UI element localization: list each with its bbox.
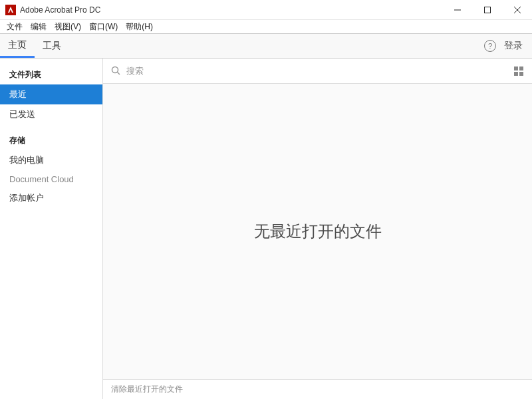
sidebar-item-document-cloud[interactable]: Document Cloud (0, 170, 102, 188)
search-icon (111, 66, 121, 76)
sidebar-item-sent[interactable]: 已发送 (0, 104, 102, 124)
menu-file[interactable]: 文件 (3, 21, 27, 33)
login-link[interactable]: 登录 (504, 40, 523, 52)
tab-home[interactable]: 主页 (0, 34, 35, 58)
app-icon (5, 5, 16, 15)
menu-help[interactable]: 帮助(H) (122, 21, 157, 33)
menu-window[interactable]: 窗口(W) (85, 21, 122, 33)
window-controls (442, 0, 532, 19)
search-bar (103, 59, 532, 84)
tab-tools[interactable]: 工具 (35, 34, 69, 58)
main-panel: 无最近打开的文件 清除最近打开的文件 (103, 59, 532, 399)
grid-view-icon[interactable] (513, 66, 524, 76)
empty-message: 无最近打开的文件 (254, 221, 382, 242)
content-area: 文件列表 最近 已发送 存储 我的电脑 Document Cloud 添加帐户 … (0, 59, 532, 399)
svg-rect-1 (484, 7, 490, 13)
app-title: Adobe Acrobat Pro DC (20, 5, 100, 15)
minimize-button[interactable] (442, 0, 472, 19)
title-bar: Adobe Acrobat Pro DC (0, 0, 532, 20)
toolbar: 主页 工具 ? 登录 (0, 33, 532, 59)
svg-line-5 (118, 72, 120, 75)
view-tabs: 主页 工具 (0, 34, 69, 58)
clear-recent-link[interactable]: 清除最近打开的文件 (111, 384, 183, 395)
menu-edit[interactable]: 编辑 (27, 21, 51, 33)
menu-view[interactable]: 视图(V) (51, 21, 85, 33)
svg-rect-8 (514, 72, 518, 76)
empty-state: 无最近打开的文件 (103, 84, 532, 379)
maximize-button[interactable] (472, 0, 502, 19)
footer-bar: 清除最近打开的文件 (103, 379, 532, 399)
sidebar-item-my-computer[interactable]: 我的电脑 (0, 150, 102, 170)
sidebar: 文件列表 最近 已发送 存储 我的电脑 Document Cloud 添加帐户 (0, 59, 103, 399)
sidebar-section-files: 文件列表 (0, 64, 102, 84)
help-icon[interactable]: ? (484, 40, 496, 52)
menu-bar: 文件 编辑 视图(V) 窗口(W) 帮助(H) (0, 20, 532, 33)
sidebar-section-storage: 存储 (0, 130, 102, 150)
sidebar-item-add-account[interactable]: 添加帐户 (0, 188, 102, 208)
svg-point-4 (112, 67, 118, 73)
svg-rect-9 (519, 72, 523, 76)
svg-rect-6 (514, 66, 518, 70)
sidebar-item-recent[interactable]: 最近 (0, 84, 102, 104)
close-button[interactable] (502, 0, 532, 19)
search-input[interactable] (126, 66, 513, 76)
svg-rect-7 (519, 66, 523, 70)
